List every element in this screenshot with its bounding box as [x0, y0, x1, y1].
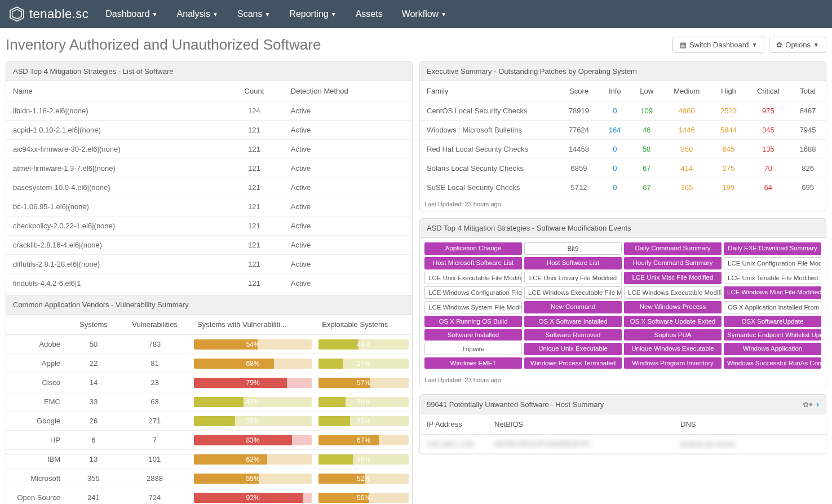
table-row[interactable]: Google 26 271 35% 35%: [6, 412, 412, 431]
event-tag[interactable]: LCE Windows Executable File Mo: [524, 286, 622, 299]
event-tag[interactable]: LCE Windows System File Modifie: [424, 301, 522, 313]
tenable-icon: [9, 6, 25, 22]
event-tag[interactable]: Software Removed: [524, 329, 622, 341]
panel-title: Common Application Vendors - Vulnerabili…: [6, 295, 412, 315]
table-row[interactable]: Microsoft 355 2888 55% 52%: [6, 469, 412, 488]
gear-icon: ✿: [776, 41, 782, 49]
table-row[interactable]: findutils-4.4.2-6.el6|1121Active: [6, 274, 412, 293]
table-row[interactable]: bc-1.06.95-1.el6|(none)121Active: [6, 197, 412, 216]
event-tag[interactable]: LCE Windows Executable Modifie: [624, 286, 722, 299]
chevron-down-icon: ▼: [152, 11, 158, 17]
dns-cell: andrew-pc.home: [674, 435, 826, 454]
panel-title: Executive Summary - Outstanding Patches …: [420, 62, 826, 81]
table-row[interactable]: 192.168.1.218 WORKGROUP\ANDREW-PC andrew…: [420, 435, 826, 454]
nav-analysis[interactable]: Analysis▼: [176, 9, 218, 19]
vendor-table: SystemsVulnerabilitiesSystems with Vulne…: [6, 315, 412, 504]
page-title: Inventory Authorized and Unauthorized So…: [6, 36, 321, 54]
table-row[interactable]: Adobe 50 783 54% 44%: [6, 335, 412, 354]
brand-logo[interactable]: tenable.sc: [9, 6, 88, 22]
exec-table: FamilyScoreInfoLowMediumHighCriticalTota…: [420, 81, 826, 197]
panel-title: 59641 Potentially Unwanted Software - Ho…: [427, 400, 604, 409]
event-tag[interactable]: Symantec Endpoint Whitelist Upd: [724, 329, 821, 341]
brand-text: tenable.sc: [29, 7, 88, 21]
event-tag[interactable]: OS X Software Update Exited: [624, 316, 722, 327]
options-button[interactable]: ✿ Options ▼: [769, 37, 826, 53]
chevron-right-icon[interactable]: ›: [816, 400, 819, 409]
event-tag[interactable]: New Command: [524, 301, 622, 313]
event-tag[interactable]: Windows Successful RunAs Com: [724, 357, 821, 369]
event-tag[interactable]: OS X Application Installed From R: [724, 301, 821, 313]
grid-icon: ▦: [680, 41, 687, 49]
table-row[interactable]: Red Hat Local Security Checks 14458 0 58…: [420, 140, 826, 159]
event-tag[interactable]: Windows Application: [724, 343, 821, 355]
event-tag[interactable]: Unique Unix Executable: [524, 343, 622, 355]
event-tag[interactable]: Application Change: [424, 242, 522, 255]
event-tag[interactable]: Unique Windows Executable: [624, 343, 722, 355]
netbios-cell: WORKGROUP\ANDREW-PC: [488, 435, 674, 454]
table-row[interactable]: HP 6 7 83% 67%: [6, 431, 412, 450]
page-header: Inventory Authorized and Unauthorized So…: [0, 28, 832, 61]
table-row[interactable]: CentOS Local Security Checks 78919 0 109…: [420, 101, 826, 121]
table-row[interactable]: Cisco 14 23 79% 57%: [6, 373, 412, 392]
table-row[interactable]: Windows : Microsoft Bulletins 77624 164 …: [420, 121, 826, 140]
event-tag[interactable]: Sophos PUA: [624, 329, 722, 341]
table-row[interactable]: basesystem-10.0-4.el6|(none)121Active: [6, 178, 412, 197]
event-tag[interactable]: Windows Process Terminated: [524, 357, 622, 369]
event-tag[interactable]: Software Installed: [424, 329, 522, 341]
nav-reporting[interactable]: Reporting▼: [289, 9, 336, 19]
switch-dashboard-button[interactable]: ▦ Switch Dashboard ▼: [672, 37, 764, 53]
event-tag[interactable]: LCE Windows Configuration File M: [424, 286, 522, 299]
chevron-down-icon: ▼: [331, 11, 337, 17]
nav-scans[interactable]: Scans▼: [237, 9, 270, 19]
table-row[interactable]: acpid-1.0.10-2.1.el6|(none)121Active: [6, 121, 412, 140]
event-tag[interactable]: Tripwire: [424, 343, 522, 355]
svg-marker-1: [12, 10, 22, 19]
event-tag[interactable]: LCE Unix Executable File Modified: [424, 272, 522, 284]
table-row[interactable]: libidn-1.18-2.el6|(none)124Active: [6, 101, 412, 121]
vendor-panel: Common Application Vendors - Vulnerabili…: [6, 295, 413, 504]
event-tag[interactable]: LCE Unix Library File Modified: [524, 272, 622, 284]
nav-dashboard[interactable]: Dashboard▼: [105, 9, 157, 19]
table-row[interactable]: checkpolicy-2.0.22-1.el6|(none)121Active: [6, 216, 412, 236]
event-tag[interactable]: Host Microsoft Software List: [424, 257, 522, 269]
chevron-down-icon: ▼: [751, 42, 757, 48]
header-buttons: ▦ Switch Dashboard ▼ ✿ Options ▼: [672, 37, 826, 53]
pus-table: IP AddressNetBIOSDNS 192.168.1.218 WORKG…: [420, 414, 826, 454]
table-row[interactable]: aic94xx-firmware-30-2.el6|(none)121Activ…: [6, 140, 412, 159]
event-tag[interactable]: LCE Unix Misc File Modified: [624, 272, 722, 284]
chevron-down-icon: ▼: [441, 11, 446, 17]
table-row[interactable]: EMC 33 63 42% 30%: [6, 392, 412, 412]
event-tag[interactable]: Hourly Command Summary: [624, 257, 722, 269]
event-tag[interactable]: Bit9: [524, 242, 622, 255]
chevron-down-icon: ▼: [813, 42, 819, 48]
event-tag[interactable]: LCE Unix Configuration File Modif: [724, 257, 821, 269]
table-row[interactable]: SuSE Local Security Checks 5712 0 67 365…: [420, 178, 826, 197]
event-tag[interactable]: OS X Running OS Build: [424, 316, 522, 327]
gear-icon[interactable]: ✿▾: [803, 400, 813, 409]
panel-title: ASD Top 4 Mitigation Strategies - List o…: [6, 62, 412, 81]
nav-assets[interactable]: Assets: [356, 9, 383, 19]
event-tags: Application ChangeBit9Daily Command Summ…: [420, 238, 826, 373]
event-tag[interactable]: OSX SoftwareUpdate: [724, 316, 821, 327]
table-row[interactable]: cracklib-2.8.16-4.el6|(none)121Active: [6, 236, 412, 255]
table-row[interactable]: IBM 13 101 62% 38%: [6, 450, 412, 469]
table-row[interactable]: Apple 22 81 68% 27%: [6, 354, 412, 373]
event-tag[interactable]: Daily EXE Download Summary: [724, 242, 821, 255]
table-row[interactable]: atmel-firmware-1.3-7.el6|(none)121Active: [6, 159, 412, 178]
event-tag[interactable]: Daily Command Summary: [624, 242, 722, 255]
event-tag[interactable]: OS X Software Installed: [524, 316, 622, 327]
event-tag[interactable]: Windows Program Inventory: [624, 357, 722, 369]
event-tag[interactable]: LCE Unix Tenable File Modified: [724, 272, 821, 284]
ip-cell: 192.168.1.218: [420, 435, 488, 454]
chevron-down-icon: ▼: [213, 11, 218, 17]
table-row[interactable]: diffutils-2.8.1-28.el6|(none)121Active: [6, 255, 412, 274]
event-tag[interactable]: New Windows Process: [624, 301, 722, 313]
event-tag[interactable]: Host Software List: [524, 257, 622, 269]
table-row[interactable]: Solaris Local Security Checks 6859 0 67 …: [420, 159, 826, 178]
event-tag[interactable]: LCE Windows Misc File Modified: [724, 286, 821, 299]
table-row[interactable]: Open Source 241 724 92% 56%: [6, 488, 412, 505]
events-panel: ASD Top 4 Mitigation Strategies - Softwa…: [419, 218, 826, 387]
dashboard-grid: ASD Top 4 Mitigation Strategies - List o…: [0, 61, 832, 504]
nav-workflow[interactable]: Workflow▼: [402, 9, 446, 19]
event-tag[interactable]: Windows EMET: [424, 357, 522, 369]
